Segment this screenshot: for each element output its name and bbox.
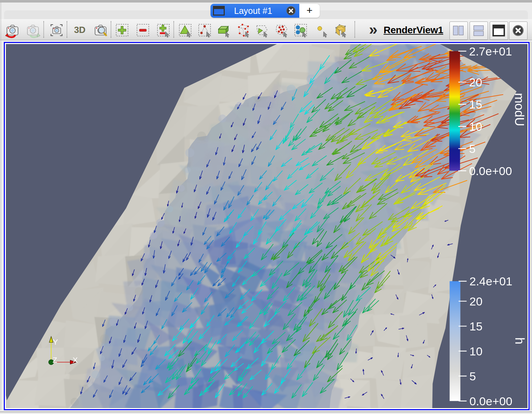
svg-text:Y: Y <box>53 337 58 346</box>
svg-text:2.4e+01: 2.4e+01 <box>469 275 512 288</box>
svg-text:modU: modU <box>512 93 526 126</box>
svg-text:X: X <box>72 355 78 364</box>
svg-text:20: 20 <box>469 75 482 88</box>
svg-text:2.7e+01: 2.7e+01 <box>469 44 512 58</box>
svg-text:15: 15 <box>469 319 482 333</box>
svg-text:5: 5 <box>469 142 475 155</box>
svg-text:h: h <box>512 337 526 344</box>
svg-text:Z: Z <box>52 355 57 364</box>
svg-text:3D: 3D <box>74 25 85 35</box>
svg-text:5: 5 <box>469 369 476 382</box>
svg-text:10: 10 <box>469 120 482 133</box>
svg-text:10: 10 <box>469 344 482 357</box>
svg-text:0.0e+00: 0.0e+00 <box>469 394 512 407</box>
svg-text:0.0e+00: 0.0e+00 <box>469 164 512 177</box>
svg-text:15: 15 <box>469 97 482 111</box>
svg-text:20: 20 <box>469 294 482 308</box>
